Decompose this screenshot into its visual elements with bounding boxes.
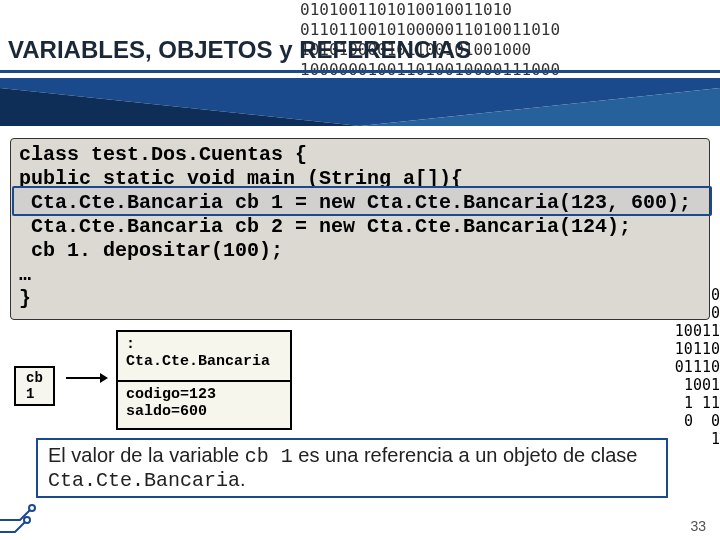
code-highlight-box: [12, 186, 712, 216]
object-fields: codigo=123 saldo=600: [118, 380, 290, 428]
object-class-label: : Cta.Cte.Bancaria: [118, 332, 290, 380]
slide-title: VARIABLES, OBJETOS y REFERENCIAS: [0, 36, 720, 64]
reference-arrow-icon: [66, 372, 108, 384]
title-underline: [0, 70, 720, 73]
code-line: }: [19, 287, 31, 310]
note-text: El valor de la variable: [48, 444, 245, 466]
variable-box: cb 1: [14, 366, 55, 406]
object-field: saldo=600: [126, 403, 207, 420]
note-text: es una referencia a un objeto de clase: [293, 444, 638, 466]
code-line: …: [19, 263, 31, 286]
note-var: cb 1: [245, 445, 293, 468]
note-class: Cta.Cte.Bancaria: [48, 469, 240, 492]
title-band: VARIABLES, OBJETOS y REFERENCIAS: [0, 36, 720, 73]
svg-marker-4: [100, 373, 108, 383]
object-field: codigo=123: [126, 386, 216, 403]
explanation-note: El valor de la variable cb 1 es una refe…: [36, 438, 668, 498]
code-line: cb 1. depositar(100);: [19, 239, 283, 262]
object-box: : Cta.Cte.Bancaria codigo=123 saldo=600: [116, 330, 292, 430]
svg-point-5: [29, 505, 35, 511]
code-line: class test.Dos.Cuentas {: [19, 143, 307, 166]
code-block: class test.Dos.Cuentas { public static v…: [10, 138, 710, 320]
code-line: Cta.Cte.Bancaria cb 2 = new Cta.Cte.Banc…: [19, 215, 631, 238]
note-text: .: [240, 468, 246, 490]
angle-band: [0, 78, 720, 126]
page-number: 33: [690, 518, 706, 534]
svg-point-6: [24, 517, 30, 523]
